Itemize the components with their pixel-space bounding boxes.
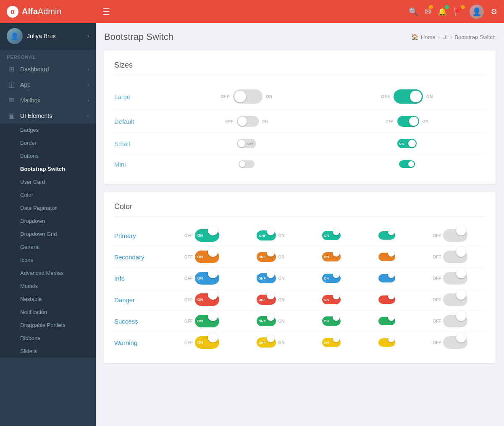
toggle-success-5[interactable]: [443, 315, 467, 327]
user-name: Juliya Brus: [27, 33, 87, 39]
mail-button[interactable]: ✉: [425, 7, 431, 16]
toggle-small-right[interactable]: ON: [397, 139, 417, 148]
toggle-warning-1[interactable]: ON: [195, 336, 219, 349]
toggle-warning-2[interactable]: ONF: [257, 337, 276, 348]
on-label: ON: [278, 233, 284, 238]
on-label: ON: [197, 298, 203, 302]
toggle-secondary-1[interactable]: ON: [195, 251, 219, 263]
messages-button[interactable]: 🚩: [454, 7, 463, 16]
off-label: OFF: [381, 94, 390, 99]
sidebar-subitem-user-card[interactable]: User Card: [0, 175, 96, 188]
toggle-secondary-3[interactable]: ON: [322, 252, 341, 261]
onf-label: ONF: [258, 319, 265, 323]
warning-cell-4: [360, 338, 413, 347]
sidebar-subitem-buttons[interactable]: Buttons: [0, 149, 96, 162]
notification-button[interactable]: 🔔: [438, 7, 447, 16]
sidebar-subitem-bootstrap-switch[interactable]: Bootstrap Switch: [0, 162, 96, 175]
content-area: Bootstrap Switch 🏠 Home › UI › Bootstrap…: [96, 23, 504, 426]
on-label: ON: [278, 319, 284, 324]
toggle-primary-4[interactable]: [378, 231, 395, 240]
breadcrumb-ui[interactable]: UI: [442, 34, 448, 40]
toggle-primary-5[interactable]: [443, 229, 467, 242]
color-row-warning: Warning OFF ON ONF ON: [114, 332, 486, 353]
breadcrumb-home[interactable]: Home: [421, 34, 436, 40]
toggle-secondary-2[interactable]: ONF: [257, 252, 276, 262]
toggle-primary-3[interactable]: ON: [322, 231, 341, 240]
toggle-info-3[interactable]: ON: [322, 274, 341, 283]
toggle-primary-2[interactable]: ONF: [257, 230, 276, 240]
sidebar-item-app[interactable]: ◫ App ›: [0, 77, 96, 92]
sidebar-subitem-draggable-portlets[interactable]: Draggable Portlets: [0, 319, 96, 332]
toggle-warning-3[interactable]: ON: [322, 338, 341, 347]
on-badge: ON: [324, 234, 329, 238]
sidebar-subitem-ribbons[interactable]: Ribbons: [0, 332, 96, 345]
sidebar-subitem-general[interactable]: General: [0, 240, 96, 254]
sidebar-subitem-icons[interactable]: Icons: [0, 254, 96, 267]
sidebar-item-dashboard[interactable]: ⊞ Dashboard ›: [0, 61, 96, 77]
sidebar-subitem-badges[interactable]: Badges: [0, 123, 96, 136]
toggle-secondary-4[interactable]: [378, 253, 395, 261]
toggle-danger-4[interactable]: [378, 295, 395, 304]
toggle-warning-4[interactable]: [378, 338, 395, 347]
color-row-info: Info OFF ON ONF ON: [114, 268, 486, 289]
toggle-success-1[interactable]: ON: [195, 315, 219, 327]
sidebar-subitem-date-paginator[interactable]: Date Paginator: [0, 201, 96, 214]
app-icon: ◫: [7, 81, 16, 89]
color-row-success: Success OFF ON ONF ON: [114, 311, 486, 332]
sidebar-subitem-modals[interactable]: Modals: [0, 280, 96, 293]
toggle-danger-3[interactable]: ON: [322, 295, 341, 304]
thumb: [333, 335, 340, 342]
toggle-mini-left[interactable]: [239, 160, 255, 168]
search-button[interactable]: 🔍: [409, 7, 418, 16]
toggle-secondary-5[interactable]: [443, 251, 467, 263]
user-profile[interactable]: 👤 Juliya Brus ›: [0, 23, 96, 50]
toggle-danger-1[interactable]: ON: [195, 293, 219, 306]
sidebar-subitem-dropdown-grid[interactable]: Dropdown Grid: [0, 227, 96, 240]
user-avatar-topbar[interactable]: 👤: [470, 5, 484, 19]
on-label: ON: [197, 340, 203, 345]
sidebar-subitem-border[interactable]: Border: [0, 136, 96, 149]
off-label: OFF: [184, 319, 193, 324]
primary-cell-1: OFF ON: [166, 229, 237, 242]
toggle-large-right[interactable]: [394, 89, 423, 104]
toggle-warning-5[interactable]: [443, 336, 467, 349]
toggle-info-2[interactable]: ONF: [257, 273, 276, 283]
off-label: OFF: [184, 276, 193, 281]
toggle-info-4[interactable]: [378, 274, 395, 282]
settings-button[interactable]: ⚙: [491, 7, 497, 16]
toggle-info-1[interactable]: ON: [195, 272, 219, 285]
toggle-default-left[interactable]: [237, 116, 259, 127]
toggle-mini-right[interactable]: [399, 160, 415, 168]
toggle-default-right[interactable]: [397, 116, 419, 127]
toggle-danger-5[interactable]: [443, 293, 467, 306]
sidebar-subitem-color[interactable]: Color: [0, 188, 96, 201]
sidebar-subitem-nestable[interactable]: Nestable: [0, 293, 96, 306]
sidebar-subitem-notification[interactable]: Notification: [0, 306, 96, 319]
sidebar-subitem-dropdown[interactable]: Dropdown: [0, 214, 96, 227]
hamburger-icon[interactable]: ☰: [102, 7, 110, 17]
breadcrumb: 🏠 Home › UI › Bootstrap Switch: [411, 34, 496, 40]
toggle-primary-1[interactable]: ON: [195, 229, 219, 242]
thumb: [333, 314, 340, 321]
sidebar-item-ui-elements[interactable]: ▣ UI Elements ›: [0, 108, 96, 123]
toggle-success-4[interactable]: [378, 317, 395, 325]
toggle-success-3[interactable]: ON: [322, 316, 341, 326]
toggle-small-left[interactable]: OFF: [237, 139, 256, 148]
size-label-large: Large: [114, 93, 165, 100]
sidebar-subitem-advanced-medias[interactable]: Advanced Medias: [0, 267, 96, 280]
off-label: OFF: [433, 255, 441, 259]
toggle-success-2[interactable]: ONF: [257, 316, 276, 326]
color-row-secondary: Secondary OFF ON ONF ON: [114, 246, 486, 268]
thumb: [388, 293, 394, 300]
on-label: ON: [197, 276, 203, 280]
success-cell-1: OFF ON: [166, 315, 237, 327]
toggle-danger-2[interactable]: ONF: [257, 295, 276, 305]
sidebar-subitem-sliders[interactable]: Sliders: [0, 345, 96, 358]
thumb: [208, 311, 218, 321]
thumb: [267, 313, 275, 321]
toggle-large-left[interactable]: [233, 89, 262, 104]
on-label: ON: [278, 340, 284, 345]
toggle-info-5[interactable]: [443, 272, 467, 285]
sidebar-item-mailbox[interactable]: ✉ Mailbox ›: [0, 92, 96, 108]
color-label-primary: Primary: [114, 232, 165, 239]
